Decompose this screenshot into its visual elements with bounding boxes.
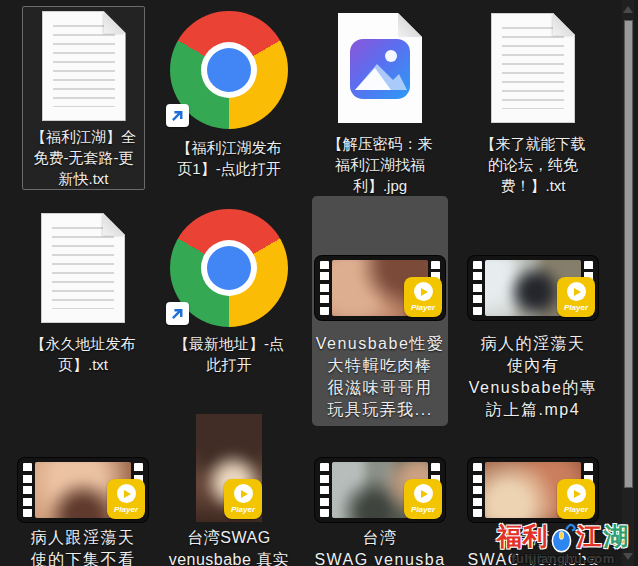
icon-area: Player xyxy=(196,426,262,522)
file-tile-chrome-2[interactable]: 【最新地址】-点 此打开 xyxy=(152,196,306,426)
file-tile-jpg[interactable]: 【解压密码：来 福利江湖找福 利】.jpg xyxy=(306,0,454,196)
file-tile-txt-2[interactable]: 【来了就能下载 的论坛，纯免 费！】.txt xyxy=(454,0,612,196)
player-badge: Player xyxy=(557,277,595,317)
page-fold xyxy=(553,13,575,35)
video-thumbnail: Player xyxy=(468,256,598,320)
watermark-text-right-2: 湖 xyxy=(604,520,630,553)
file-tile-chrome-1[interactable]: 【福利江湖发布 页1】-点此打开 xyxy=(152,0,306,196)
icon-area: Player xyxy=(315,426,445,522)
play-icon xyxy=(414,282,433,301)
film-holes-left xyxy=(320,261,329,315)
video-thumbnail: Player xyxy=(315,256,445,320)
player-badge: Player xyxy=(107,479,145,519)
player-badge-label: Player xyxy=(564,303,588,312)
film-holes-left xyxy=(473,463,482,517)
play-icon xyxy=(414,484,433,503)
file-tile-video-5[interactable]: Player 台湾 SWAG venusba xyxy=(306,426,454,566)
page-fold xyxy=(104,11,126,33)
file-name: 病人的淫蕩天 使內有 Venusbabe的專 訪上篇.mp4 xyxy=(469,333,598,421)
file-name: 【来了就能下载 的论坛，纯免 费！】.txt xyxy=(481,133,586,196)
scrollbar[interactable] xyxy=(622,0,634,566)
play-icon xyxy=(117,484,136,503)
icon-area xyxy=(491,8,575,128)
shortcut-arrow-icon xyxy=(166,302,189,325)
player-badge-label: Player xyxy=(411,303,435,312)
file-tile-video-1[interactable]: Player Venusbabe性愛 大特輯吃肉棒 很滋味哥哥用 玩具玩弄我..… xyxy=(312,196,448,426)
icon-area xyxy=(170,208,288,328)
player-badge-label: Player xyxy=(564,505,588,514)
text-file-icon xyxy=(42,11,126,121)
play-icon xyxy=(567,282,586,301)
player-badge: Player xyxy=(557,479,595,519)
player-badge: Player xyxy=(224,479,262,519)
player-badge-label: Player xyxy=(231,505,255,514)
watermark-text-left: 福利 xyxy=(497,520,549,553)
file-name: 台湾SWAG venusbabe 真实 xyxy=(169,527,290,566)
file-name: 病人跟淫蕩天 使的下集不看 xyxy=(31,527,136,566)
image-file-icon xyxy=(338,13,422,123)
chrome-icon xyxy=(170,11,288,129)
play-icon xyxy=(234,484,253,503)
icon-area: Player xyxy=(18,426,148,522)
file-name: 【解压密码：来 福利江湖找福 利】.jpg xyxy=(328,133,433,196)
file-name: Venusbabe性愛 大特輯吃肉棒 很滋味哥哥用 玩具玩弄我... xyxy=(316,333,445,421)
video-thumbnail: Player xyxy=(468,458,598,522)
icon-area: Player xyxy=(468,208,598,328)
player-badge: Player xyxy=(404,479,442,519)
file-name: 【最新地址】-点 此打开 xyxy=(174,333,284,375)
shortcut-arrow-icon xyxy=(166,104,189,127)
icon-area: Player xyxy=(468,426,598,522)
chrome-core xyxy=(207,48,251,92)
watermark-domain: fulijianghu.com xyxy=(490,551,636,566)
file-tile-video-4[interactable]: Player 台湾SWAG venusbabe 真实 xyxy=(152,426,306,566)
site-watermark: 福利 江湖 fulijianghu.com xyxy=(490,520,636,566)
film-holes-left xyxy=(320,463,329,517)
file-name: 台湾 SWAG venusba xyxy=(314,527,445,566)
icon-area xyxy=(338,8,422,128)
file-tile-video-3[interactable]: Player 病人跟淫蕩天 使的下集不看 xyxy=(14,426,152,566)
file-name: 【福利江湖发布 页1】-点此打开 xyxy=(177,137,282,179)
file-grid: 【福利江湖】全 免费-无套路-更 新快.txt 【福利江湖发布 页1】-点此打开 xyxy=(14,0,612,566)
film-holes-left xyxy=(23,463,32,517)
icon-area xyxy=(42,11,126,121)
scroll-up-arrow-icon[interactable] xyxy=(623,6,633,13)
scrollbar-thumb[interactable] xyxy=(624,20,633,488)
icon-area xyxy=(170,8,288,132)
video-thumbnail: Player xyxy=(315,458,445,522)
file-tile-txt-3[interactable]: 【永久地址发布 页】.txt xyxy=(14,196,152,426)
text-lines xyxy=(502,27,564,109)
page-fold xyxy=(103,213,125,235)
mouse-icon xyxy=(550,521,576,553)
page-fold xyxy=(398,13,422,37)
play-icon xyxy=(567,484,586,503)
video-thumbnail-portrait: Player xyxy=(196,414,262,522)
file-tile-txt-1[interactable]: 【福利江湖】全 免费-无套路-更 新快.txt xyxy=(22,6,145,190)
video-thumbnail: Player xyxy=(18,458,148,522)
chrome-icon xyxy=(170,209,288,327)
file-browser-view: 【福利江湖】全 免费-无套路-更 新快.txt 【福利江湖发布 页1】-点此打开 xyxy=(0,0,638,566)
player-badge: Player xyxy=(404,277,442,317)
watermark-text-right-1: 江 xyxy=(577,520,603,553)
photo-glyph xyxy=(349,38,411,100)
file-tile-video-2[interactable]: Player 病人的淫蕩天 使內有 Venusbabe的專 訪上篇.mp4 xyxy=(454,196,612,426)
text-lines xyxy=(52,227,114,309)
film-holes-left xyxy=(473,261,482,315)
file-name: 【永久地址发布 页】.txt xyxy=(31,333,136,375)
chrome-core xyxy=(207,246,251,290)
icon-area: Player xyxy=(315,208,445,328)
player-badge-label: Player xyxy=(114,505,138,514)
watermark-brand: 福利 江湖 xyxy=(490,520,636,553)
player-badge-label: Player xyxy=(411,505,435,514)
text-file-icon xyxy=(41,213,125,323)
icon-area xyxy=(41,208,125,328)
text-lines xyxy=(53,25,115,107)
text-file-icon xyxy=(491,13,575,123)
file-name: 【福利江湖】全 免费-无套路-更 新快.txt xyxy=(31,126,136,189)
